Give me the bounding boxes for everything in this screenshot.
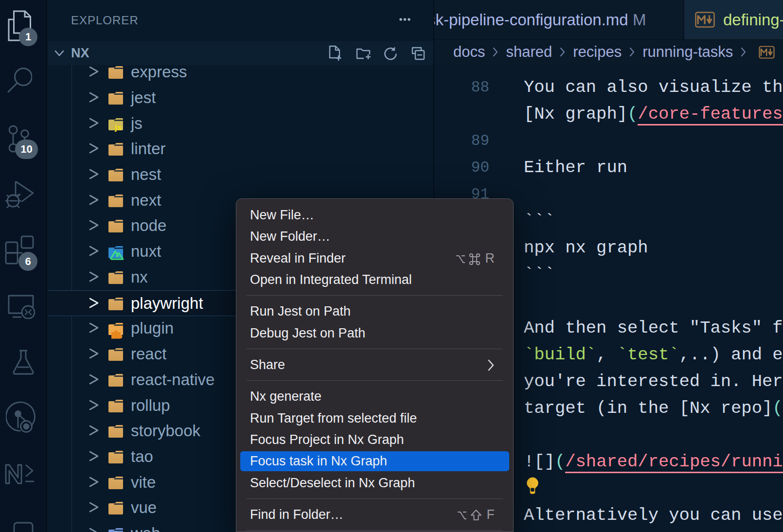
svg-text:js: js: [114, 123, 122, 132]
